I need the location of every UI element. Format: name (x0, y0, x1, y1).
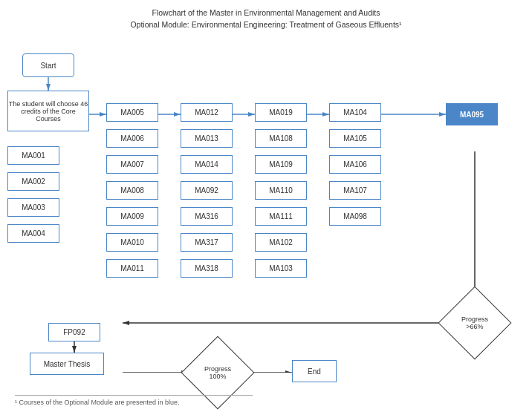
ma318-box: MA318 (181, 259, 233, 278)
ma004-label: MA004 (22, 229, 45, 238)
ma011-box: MA011 (106, 259, 158, 278)
start-label: Start (40, 62, 56, 70)
ma013-box: MA013 (181, 129, 233, 148)
ma014-box: MA014 (181, 155, 233, 174)
ma102-box: MA102 (255, 233, 307, 252)
ma106-box: MA106 (329, 155, 381, 174)
title-line2: Optional Module: Environmental Engineeri… (0, 19, 532, 31)
progress100-diamond: Progress100% (188, 347, 247, 399)
ma008-box: MA008 (106, 181, 158, 200)
page: Flowchart of the Master in Environmental… (0, 0, 532, 412)
note-label: The student will choose 46 credits of th… (8, 100, 88, 122)
ma005-box: MA005 (106, 103, 158, 122)
ma010-box: MA010 (106, 233, 158, 252)
ma002-label: MA002 (22, 177, 45, 186)
start-box: Start (22, 53, 74, 77)
ma003-label: MA003 (22, 203, 45, 212)
ma006-box: MA006 (106, 129, 158, 148)
progress66-diamond: Progress>66% (443, 297, 507, 349)
master-thesis-box: Master Thesis (30, 353, 104, 375)
flowchart-area: Start The student will choose 46 credits… (0, 31, 532, 373)
ma111-box: MA111 (255, 207, 307, 226)
ma012-box: MA012 (181, 103, 233, 122)
ma108-box: MA108 (255, 129, 307, 148)
ma003-box: MA003 (7, 198, 59, 217)
ma002-box: MA002 (7, 172, 59, 191)
footer-note: ¹ Courses of the Optional Module are pre… (15, 395, 253, 406)
ma007-box: MA007 (106, 155, 158, 174)
note-box: The student will choose 46 credits of th… (7, 91, 89, 131)
ma098-box: MA098 (329, 207, 381, 226)
ma095-box: MA095 (446, 103, 498, 125)
ma317-box: MA317 (181, 233, 233, 252)
ma105-box: MA105 (329, 129, 381, 148)
ma001-label: MA001 (22, 151, 45, 160)
ma103-box: MA103 (255, 259, 307, 278)
ma019-box: MA019 (255, 103, 307, 122)
title-line1: Flowchart of the Master in Environmental… (0, 7, 532, 19)
ma092-box: MA092 (181, 181, 233, 200)
ma009-box: MA009 (106, 207, 158, 226)
ma316-box: MA316 (181, 207, 233, 226)
ma109-box: MA109 (255, 155, 307, 174)
title-area: Flowchart of the Master in Environmental… (0, 0, 532, 31)
end-box: End (292, 360, 337, 382)
progress66-shape (438, 287, 512, 360)
ma104-box: MA104 (329, 103, 381, 122)
ma107-box: MA107 (329, 181, 381, 200)
fp092-box: FP092 (48, 323, 100, 341)
ma110-box: MA110 (255, 181, 307, 200)
ma001-box: MA001 (7, 146, 59, 165)
ma004-box: MA004 (7, 224, 59, 243)
